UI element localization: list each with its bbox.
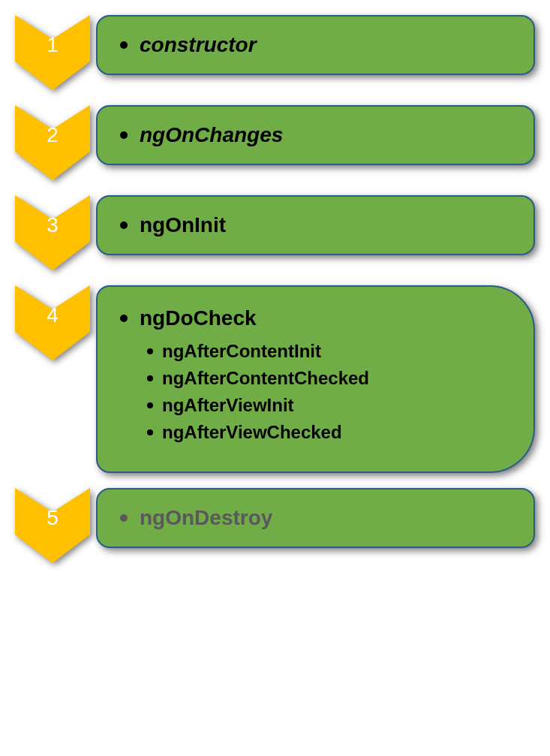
step-card: ngOnDestroy — [96, 488, 535, 548]
sub-label: ngAfterViewChecked — [162, 422, 342, 443]
sub-item: ngAfterViewInit — [147, 395, 511, 416]
sub-list: ngAfterContentInitngAfterContentCheckedn… — [147, 341, 511, 443]
sub-item: ngAfterContentInit — [147, 341, 511, 362]
bullet-icon — [120, 221, 128, 229]
bullet-icon — [120, 315, 128, 322]
chevron-icon: 4 — [15, 285, 90, 360]
chevron-icon: 1 — [15, 15, 90, 90]
step-label-line: ngOnDestroy — [120, 506, 511, 530]
bullet-icon — [147, 429, 153, 435]
step-number: 5 — [47, 506, 59, 530]
step-label-line: ngDoCheck — [120, 306, 511, 330]
step-number: 2 — [47, 123, 59, 147]
bullet-icon — [147, 375, 153, 381]
bullet-icon — [120, 41, 128, 49]
sub-label: ngAfterContentChecked — [162, 368, 369, 389]
chevron-icon: 5 — [15, 488, 90, 563]
step-card: ngOnChanges — [96, 105, 535, 165]
step-card: ngDoCheckngAfterContentInitngAfterConten… — [96, 285, 535, 473]
step-label-line: ngOnChanges — [120, 123, 511, 147]
step-row: 1constructor — [15, 15, 535, 90]
step-card: ngOnInit — [96, 195, 535, 255]
step-number: 4 — [47, 303, 59, 327]
sub-label: ngAfterContentInit — [162, 341, 321, 362]
step-label-line: constructor — [120, 33, 511, 57]
step-row: 5ngOnDestroy — [15, 488, 535, 563]
sub-item: ngAfterViewChecked — [147, 422, 511, 443]
sub-label: ngAfterViewInit — [162, 395, 294, 416]
step-number: 3 — [47, 213, 59, 237]
bullet-icon — [120, 131, 128, 139]
bullet-icon — [147, 402, 153, 408]
step-card: constructor — [96, 15, 535, 75]
step-label: ngOnInit — [140, 213, 226, 237]
bullet-icon — [147, 348, 153, 354]
chevron-icon: 2 — [15, 105, 90, 180]
step-number: 1 — [47, 33, 59, 57]
step-label-line: ngOnInit — [120, 213, 511, 237]
step-row: 3ngOnInit — [15, 195, 535, 270]
step-row: 4ngDoCheckngAfterContentInitngAfterConte… — [15, 285, 535, 473]
chevron-icon: 3 — [15, 195, 90, 270]
sub-item: ngAfterContentChecked — [147, 368, 511, 389]
step-label: ngOnChanges — [140, 123, 283, 147]
step-label: constructor — [140, 33, 257, 57]
bullet-icon — [120, 514, 128, 522]
step-label: ngOnDestroy — [140, 506, 272, 530]
step-label: ngDoCheck — [140, 306, 257, 330]
step-row: 2ngOnChanges — [15, 105, 535, 180]
